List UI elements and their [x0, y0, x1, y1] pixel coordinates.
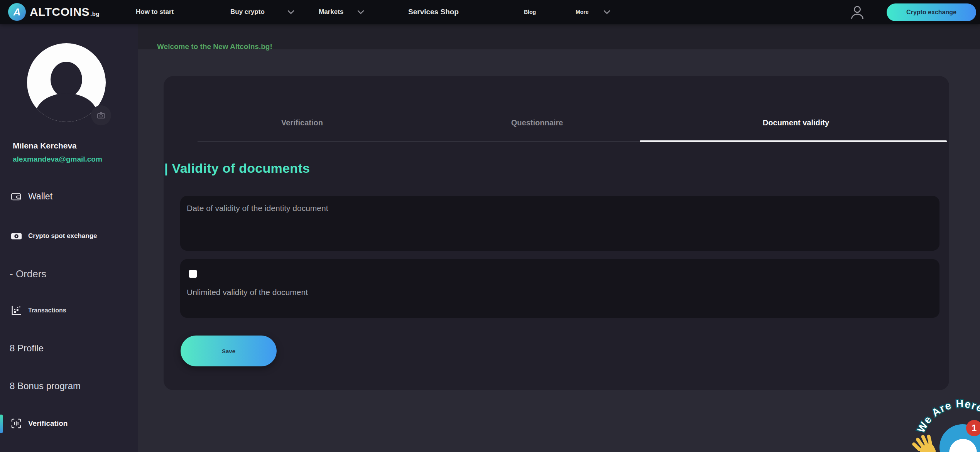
altcoins-logo-icon: A: [8, 3, 26, 21]
date-validity-field: [180, 196, 939, 251]
sidebar-item-bonus-program[interactable]: 8 Bonus program: [0, 378, 138, 395]
unlimited-validity-checkbox[interactable]: [189, 270, 197, 278]
chart-icon: [10, 305, 23, 316]
date-validity-input[interactable]: [180, 196, 939, 251]
sidebar-item-label: - Orders: [10, 268, 46, 280]
nav-services-shop[interactable]: Services Shop: [408, 0, 459, 24]
sidebar-item-crypto-spot-exchange[interactable]: Crypto spot exchange: [0, 228, 138, 245]
sidebar-item-orders[interactable]: - Orders: [0, 265, 138, 282]
banknote-eye-icon: [10, 230, 23, 242]
tab-verification[interactable]: Verification: [281, 118, 323, 127]
unlimited-validity-field: Unlimited validity of the document: [180, 259, 939, 318]
tab-underline-inactive: [198, 142, 640, 142]
sidebar-item-profile[interactable]: 8 Profile: [0, 340, 138, 357]
brand-name-text: ALTCOINS: [30, 5, 90, 19]
nav-markets[interactable]: Markets: [319, 0, 343, 24]
chevron-down-icon[interactable]: [603, 10, 611, 15]
crypto-exchange-button[interactable]: Crypto exchange: [887, 3, 976, 21]
nav-more[interactable]: More: [576, 0, 588, 24]
brand-name: ALTCOINS.bg: [30, 5, 100, 19]
avatar: [27, 43, 106, 122]
welcome-message: Welcome to the New Altcoins.bg!: [157, 42, 272, 51]
sidebar-item-label: Wallet: [28, 191, 52, 202]
brand-tld: .bg: [90, 10, 100, 17]
sidebar-item-wallet[interactable]: Wallet: [0, 188, 138, 205]
brand-logo[interactable]: A ALTCOINS.bg: [8, 3, 100, 21]
chat-widget[interactable]: 1 We Are Here: [895, 386, 980, 452]
section-title: | Validity of documents: [164, 161, 310, 176]
main-content: Welcome to the New Altcoins.bg! Verifica…: [138, 24, 980, 452]
sidebar-item-label: Crypto spot exchange: [28, 232, 97, 240]
nav-how-to-start[interactable]: How to start: [136, 0, 174, 24]
camera-icon[interactable]: [91, 105, 111, 125]
account-person-icon[interactable]: [849, 4, 866, 21]
nav-buy-crypto[interactable]: Buy crypto: [230, 0, 265, 24]
active-item-indicator: [0, 415, 3, 433]
tab-questionnaire[interactable]: Questionnaire: [511, 118, 563, 127]
chevron-down-icon[interactable]: [357, 10, 365, 15]
sidebar-item-verification[interactable]: Verification: [0, 415, 138, 432]
unlimited-validity-label[interactable]: Unlimited validity of the document: [187, 288, 308, 297]
nav-blog[interactable]: Blog: [524, 0, 536, 24]
verification-card: Verification Questionnaire Document vali…: [164, 76, 949, 390]
user-name: Milena Kercheva: [13, 141, 77, 150]
sidebar-item-transactions[interactable]: Transactions: [0, 302, 138, 319]
sidebar-item-label: 8 Bonus program: [10, 381, 81, 391]
chevron-down-icon[interactable]: [287, 10, 295, 15]
sidebar-item-label: Verification: [28, 419, 68, 428]
sidebar-item-label: Transactions: [28, 307, 66, 314]
notification-count: 1: [972, 423, 977, 433]
tab-document-validity[interactable]: Document validity: [763, 118, 829, 127]
face-scan-icon: [10, 418, 23, 429]
waving-hand-icon: [908, 432, 939, 452]
tab-underline-active: [640, 140, 947, 142]
sidebar-item-label: 8 Profile: [10, 343, 44, 354]
top-nav-bar: A ALTCOINS.bg How to start Buy crypto Ma…: [0, 0, 980, 24]
user-email: alexmandeva@gmail.com: [13, 155, 102, 164]
wallet-icon: [10, 191, 23, 202]
sidebar: Milena Kercheva alexmandeva@gmail.com Wa…: [0, 24, 138, 452]
save-button[interactable]: Save: [181, 336, 277, 366]
logo-letter: A: [14, 6, 21, 18]
